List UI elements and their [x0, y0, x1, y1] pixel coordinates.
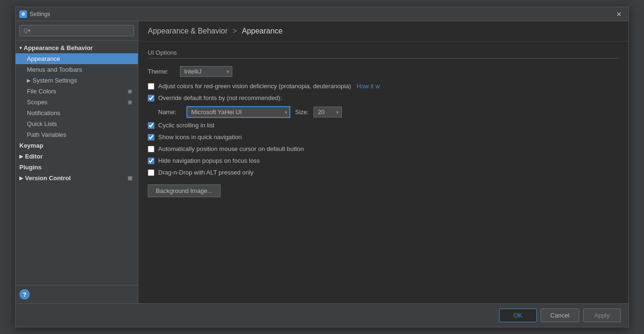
sidebar-item-quick-lists[interactable]: Quick Lists [16, 118, 138, 129]
apply-button[interactable]: Apply [583, 309, 621, 322]
show-icons-row: Show icons in quick navigation [148, 134, 619, 141]
breadcrumb-section: Appearance & Behavior [148, 27, 228, 35]
section-title: UI Options [148, 49, 619, 58]
sidebar-item-path-variables[interactable]: Path Variables [16, 129, 138, 140]
sidebar-tree: ▾ Appearance & Behavior Appearance Menus… [16, 41, 138, 285]
breadcrumb-separator: > [232, 27, 237, 35]
auto-mouse-row: Automatically position mouse cursor on d… [148, 145, 619, 152]
file-colors-icon: ▣ [127, 88, 132, 94]
font-select-wrapper: Microsoft YaHei UI Arial Consolas [186, 106, 290, 118]
cyclic-scrolling-label: Cyclic scrolling in list [158, 122, 214, 129]
hide-nav-label: Hide navigation popups on focus loss [158, 157, 260, 164]
drag-drop-row: Drag-n-Drop with ALT pressed only [148, 169, 619, 176]
cancel-button[interactable]: Cancel [541, 309, 579, 322]
font-row: Name: Microsoft YaHei UI Arial Consolas … [158, 106, 619, 118]
sidebar-item-version-control[interactable]: ▶ Version Control ▣ [16, 173, 138, 184]
drag-drop-checkbox[interactable] [148, 169, 154, 176]
close-button[interactable]: ✕ [613, 9, 625, 19]
auto-mouse-label: Automatically position mouse cursor on d… [158, 145, 304, 152]
dialog-body: ▾ Appearance & Behavior Appearance Menus… [16, 21, 628, 303]
override-fonts-row: Override default fonts by (not recommend… [148, 94, 619, 101]
dialog-title: Settings [30, 11, 613, 17]
size-select-wrapper: 891011 12131416 18202224 [314, 107, 342, 117]
drag-drop-label: Drag-n-Drop with ALT pressed only [158, 169, 254, 176]
title-bar: ⚙ Settings ✕ [16, 7, 628, 21]
background-image-button[interactable]: Background Image... [148, 184, 220, 197]
breadcrumb: Appearance & Behavior > Appearance [138, 21, 628, 42]
show-icons-checkbox[interactable] [148, 134, 154, 141]
ok-button[interactable]: OK [499, 309, 537, 322]
font-name-label: Name: [158, 109, 182, 116]
chevron-right-icon-editor: ▶ [19, 154, 23, 159]
sidebar-item-scopes[interactable]: Scopes ▣ [16, 97, 138, 108]
font-size-select[interactable]: 891011 12131416 18202224 [314, 107, 342, 117]
sidebar-item-menus-toolbars[interactable]: Menus and Toolbars [16, 64, 138, 75]
sidebar: ▾ Appearance & Behavior Appearance Menus… [16, 21, 138, 303]
chevron-down-icon: ▾ [19, 45, 22, 50]
override-fonts-label: Override default fonts by (not recommend… [158, 94, 282, 101]
cyclic-scrolling-checkbox[interactable] [148, 122, 154, 129]
auto-mouse-checkbox[interactable] [148, 146, 154, 152]
theme-label: Theme: [148, 68, 176, 75]
sidebar-item-editor[interactable]: ▶ Editor [16, 151, 138, 162]
breadcrumb-current: Appearance [242, 27, 282, 35]
hide-nav-row: Hide navigation popups on focus loss [148, 157, 619, 164]
sidebar-item-keymap[interactable]: Keymap [16, 140, 138, 151]
dialog-footer: OK Cancel Apply [16, 303, 628, 327]
adjust-colors-label: Adjust colors for red-green vision defic… [158, 83, 351, 90]
theme-select-wrapper: IntelliJ Darcula High contrast [180, 66, 232, 77]
sidebar-item-system-settings[interactable]: ▶ System Settings [16, 75, 138, 86]
show-icons-label: Show icons in quick navigation [158, 134, 242, 141]
theme-row: Theme: IntelliJ Darcula High contrast [148, 66, 619, 77]
sidebar-bottom: ? [16, 285, 138, 303]
font-size-label: Size: [295, 109, 309, 116]
adjust-colors-checkbox[interactable] [148, 83, 154, 90]
cyclic-scrolling-row: Cyclic scrolling in list [148, 122, 619, 129]
sidebar-item-appearance-behavior[interactable]: ▾ Appearance & Behavior [16, 42, 138, 53]
settings-dialog: ⚙ Settings ✕ ▾ Appearance & Behavior App… [15, 7, 629, 327]
content-area: UI Options Theme: IntelliJ Darcula High … [138, 42, 628, 303]
sidebar-item-plugins[interactable]: Plugins [16, 162, 138, 173]
content-panel: Appearance & Behavior > Appearance UI Op… [138, 21, 628, 303]
hide-nav-checkbox[interactable] [148, 158, 154, 164]
adjust-colors-row: Adjust colors for red-green vision defic… [148, 83, 619, 90]
theme-select[interactable]: IntelliJ Darcula High contrast [180, 66, 232, 77]
app-icon: ⚙ [19, 10, 27, 18]
sidebar-item-file-colors[interactable]: File Colors ▣ [16, 86, 138, 97]
chevron-right-icon: ▶ [27, 78, 31, 83]
vc-icon: ▣ [127, 175, 132, 181]
chevron-right-icon-vc: ▶ [19, 175, 23, 181]
sidebar-item-appearance[interactable]: Appearance [16, 53, 138, 64]
scopes-icon: ▣ [127, 99, 132, 105]
search-box [16, 21, 138, 41]
sidebar-item-notifications[interactable]: Notifications [16, 108, 138, 118]
override-fonts-checkbox[interactable] [148, 95, 154, 101]
font-name-select[interactable]: Microsoft YaHei UI Arial Consolas [186, 106, 290, 118]
search-input[interactable] [19, 25, 134, 36]
how-it-works-link[interactable]: How it w [356, 83, 380, 90]
help-button[interactable]: ? [19, 289, 30, 300]
